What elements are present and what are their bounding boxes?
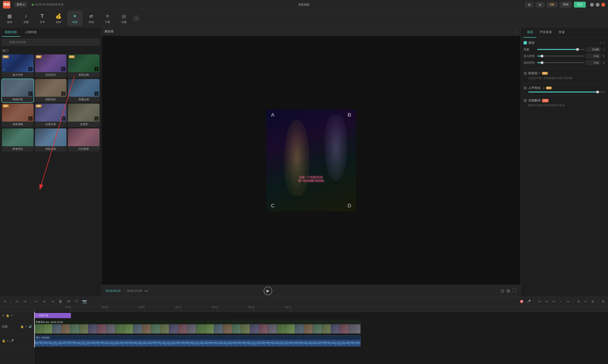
effect-card-5[interactable]: ↓ 戏剧变焦: [35, 79, 67, 102]
tool-audio[interactable]: ♪ 音频: [18, 11, 34, 26]
audio-eye-button[interactable]: 👁: [6, 339, 9, 342]
fadein-value[interactable]: [586, 54, 600, 58]
effect-card-9[interactable]: ↓ 交透明: [68, 104, 100, 127]
ruler-label-15: 00:15: [212, 306, 218, 308]
effect-card-6[interactable]: ↓ 照魔运镜: [68, 79, 100, 102]
volume-value[interactable]: [586, 47, 601, 52]
basic-checkbox[interactable]: ✓: [524, 41, 527, 44]
audio-vol-button[interactable]: 🎤: [10, 339, 14, 342]
split-audio[interactable]: ↔: [558, 299, 564, 304]
tool-b[interactable]: ⇔: [565, 299, 571, 304]
cursor-tool[interactable]: ↖: [2, 298, 9, 305]
equalizer-toggle[interactable]: [524, 72, 527, 75]
effects-eye-button[interactable]: 👁: [10, 314, 13, 317]
export-button[interactable]: 导出: [574, 2, 586, 8]
effect-card-8[interactable]: VIP ↓ 拉镜开幕: [35, 104, 67, 127]
preview-button[interactable]: 审阅: [560, 2, 572, 8]
layout-button[interactable]: ⊟: [536, 2, 544, 7]
voice-slider[interactable]: [528, 91, 605, 92]
magnet-tool[interactable]: 🎯: [519, 299, 525, 304]
undo-button[interactable]: ↩: [13, 298, 20, 305]
effect-card-10[interactable]: 雾凇变焦: [2, 129, 34, 152]
effect-name-12: 闪光效果: [68, 146, 100, 152]
zoom-in-button[interactable]: ⊕: [590, 299, 595, 304]
unlink-tool[interactable]: ⇔: [544, 299, 549, 304]
tab-speed[interactable]: 变速: [555, 27, 568, 38]
tool-transition[interactable]: ⇄ 转场: [83, 11, 99, 26]
mic-tool[interactable]: 🎤: [526, 299, 532, 304]
effect-name-3: 摇晃运镜: [68, 72, 100, 78]
fadeout-value[interactable]: [586, 61, 600, 65]
preview-menu-button[interactable]: ⋮: [513, 29, 518, 34]
effect-card-3[interactable]: VIP ↓ 摇晃运镜: [68, 54, 100, 78]
tab-screen-effects[interactable]: 画面特效: [2, 29, 20, 37]
effect-card-1[interactable]: VIP ☆ ↓ 超大光斑: [2, 54, 34, 78]
audio-clip[interactable]: 夏日 (剪辑版): [34, 335, 361, 347]
menu-button[interactable]: 菜单 ▾: [14, 2, 27, 7]
effect-card-4[interactable]: ↓ 模糊开幕: [2, 79, 34, 102]
sticker-icon: 💰: [55, 13, 62, 19]
video-eye-button[interactable]: 👁: [25, 325, 28, 328]
close-button[interactable]: [601, 3, 605, 7]
effect-clip[interactable]: ☾ 模糊开幕: [34, 313, 71, 318]
voice-toggle[interactable]: [524, 86, 527, 90]
trim-left-button[interactable]: ⇐: [41, 298, 48, 305]
tool-subtitle[interactable]: ≡ 字幕: [100, 11, 115, 26]
zoom-slider[interactable]: ━: [583, 299, 588, 304]
diamond-button[interactable]: ◇: [603, 41, 605, 44]
redo-button[interactable]: ↪: [22, 298, 28, 305]
link-tool[interactable]: ⇔: [537, 299, 542, 304]
delete-button[interactable]: 🗑: [57, 298, 64, 305]
video-vol-button[interactable]: 🔊: [29, 325, 32, 328]
tab-basic[interactable]: 基础: [524, 27, 536, 38]
voice-label: 人声美化: [528, 86, 541, 90]
fadeout-slider[interactable]: [537, 62, 584, 63]
playhead[interactable]: [34, 312, 35, 348]
volume-slider[interactable]: [537, 49, 585, 50]
rotate-button[interactable]: ⟳: [65, 298, 72, 305]
fadein-slider[interactable]: [537, 56, 584, 56]
trim-right-button[interactable]: ⇒: [49, 298, 56, 305]
minimize-button[interactable]: [590, 3, 594, 7]
volume-diamond[interactable]: ◇: [603, 48, 605, 51]
reset-button[interactable]: ↺: [599, 41, 602, 44]
tool-sticker[interactable]: 💰 贴纸: [51, 11, 66, 26]
translate-toggle[interactable]: [524, 99, 527, 102]
grid-button[interactable]: ⊞: [506, 288, 510, 294]
tool-effects[interactable]: ✦ 特效: [67, 11, 83, 26]
tab-audio-effects[interactable]: 声音效果: [536, 27, 555, 38]
search-input[interactable]: [2, 39, 100, 45]
play-button[interactable]: ▶: [264, 287, 272, 295]
split-button[interactable]: ✂: [33, 298, 40, 305]
tool-recognize[interactable]: ◎ 识魔: [116, 11, 131, 26]
monitor-button[interactable]: ⊞: [525, 2, 533, 7]
label-a: A: [271, 112, 275, 118]
toolbar-more-button[interactable]: »: [133, 15, 139, 21]
audio-lock-button[interactable]: 🔒: [2, 339, 5, 342]
effect-name-5: 戏剧变焦: [35, 97, 67, 102]
ruler-label-9: 00:09: [138, 306, 144, 308]
video-lock-button[interactable]: 🔒: [20, 325, 24, 328]
vip-button[interactable]: VIP: [547, 2, 557, 7]
effect-card-2[interactable]: VIP ↓ 灵动闪闪: [35, 54, 67, 78]
effect-card-7[interactable]: VIP ↓ 画质清晰: [2, 104, 34, 127]
tab-person-effects[interactable]: 人物特效: [22, 29, 40, 37]
fadein-stepper[interactable]: ⇅: [602, 54, 605, 58]
fit-button[interactable]: ⊡: [501, 288, 504, 294]
effect-card-12[interactable]: 闪光效果: [68, 129, 100, 152]
fullscreen-button[interactable]: ⛶: [512, 288, 517, 293]
separator: [30, 299, 31, 304]
equalizer-vip-badge: VIP: [542, 72, 548, 75]
maximize-button[interactable]: [596, 3, 599, 7]
tool-media[interactable]: ▦ 媒体: [2, 11, 17, 26]
fadeout-stepper[interactable]: ⇅: [602, 61, 605, 65]
video-clip[interactable]: 新建项目.jpg 00:00:23:06: [34, 320, 361, 334]
tool-text[interactable]: T 文本: [35, 11, 50, 26]
snapshot-button[interactable]: 📷: [81, 298, 88, 305]
effects-lock-button[interactable]: 🔒: [6, 314, 10, 317]
zoom-out-button[interactable]: ⊖: [576, 299, 581, 304]
align-tool[interactable]: ⇔: [551, 299, 556, 304]
shield-button[interactable]: 🛡: [73, 298, 80, 305]
effect-card-11[interactable]: 原版运镜: [35, 129, 67, 152]
settings-button[interactable]: ⚙: [600, 299, 606, 304]
